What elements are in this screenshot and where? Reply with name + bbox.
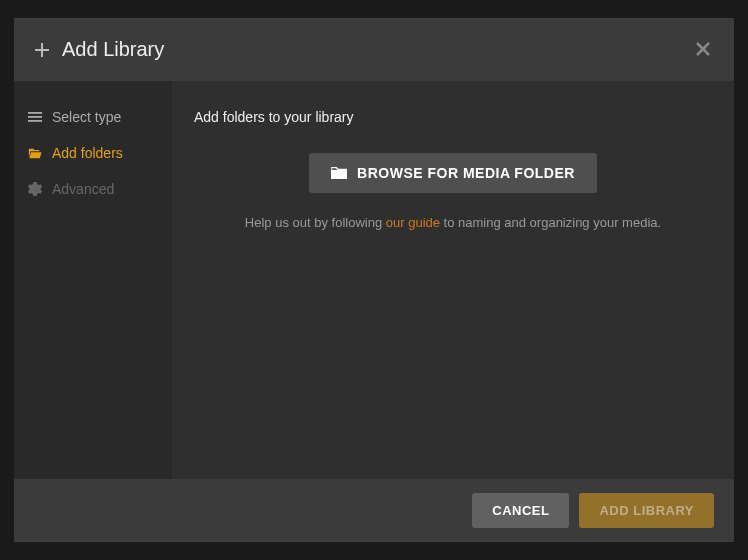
svg-rect-4 [28,112,42,114]
add-library-button[interactable]: ADD LIBRARY [579,493,714,528]
help-text-prefix: Help us out by following [245,215,386,230]
close-button[interactable] [692,34,714,65]
plus-icon [34,42,50,58]
svg-rect-7 [331,170,347,178]
sidebar-item-label: Advanced [52,181,114,197]
modal-body: Select type Add folders Advanced Add fol… [14,81,734,479]
sidebar-item-advanced: Advanced [14,171,172,207]
sidebar-item-select-type[interactable]: Select type [14,99,172,135]
sidebar-item-label: Add folders [52,145,123,161]
browse-media-folder-button[interactable]: BROWSE FOR MEDIA FOLDER [309,153,597,193]
cancel-button[interactable]: CANCEL [472,493,569,528]
modal-footer: CANCEL ADD LIBRARY [14,479,734,542]
modal-header: Add Library [14,18,734,81]
svg-rect-5 [28,116,42,118]
sidebar: Select type Add folders Advanced [14,81,172,479]
browse-button-label: BROWSE FOR MEDIA FOLDER [357,165,575,181]
sidebar-item-add-folders[interactable]: Add folders [14,135,172,171]
main-heading: Add folders to your library [194,109,712,125]
close-icon [696,42,710,56]
list-icon [28,110,42,124]
help-text-suffix: to naming and organizing your media. [440,215,661,230]
modal-title: Add Library [62,38,164,61]
browse-button-wrap: BROWSE FOR MEDIA FOLDER [194,153,712,193]
guide-link[interactable]: our guide [386,215,440,230]
folder-open-icon [28,146,42,160]
modal-title-wrap: Add Library [34,38,164,61]
help-text: Help us out by following our guide to na… [194,215,712,230]
add-library-modal: Add Library Select type [14,18,734,542]
gear-icon [28,182,42,196]
main-panel: Add folders to your library BROWSE FOR M… [172,81,734,479]
sidebar-item-label: Select type [52,109,121,125]
svg-rect-6 [28,120,42,122]
folder-icon [331,166,347,180]
